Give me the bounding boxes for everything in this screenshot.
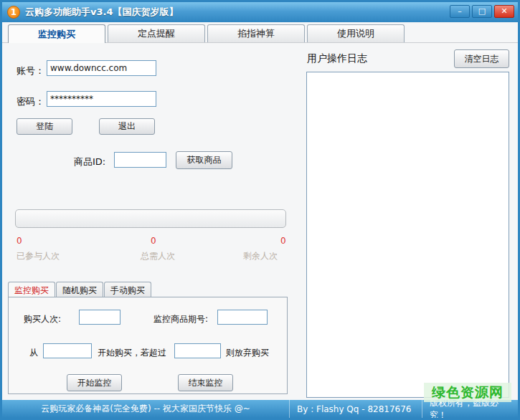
main-tabbar: 监控购买 定点提醒 掐指神算 使用说明 — [8, 24, 512, 42]
from-label: 从 — [29, 347, 38, 359]
progress-bar — [15, 209, 286, 228]
start-buy-label: 开始购买，若超过 — [98, 347, 166, 359]
tab-monitor-buy[interactable]: 监控购买 — [8, 24, 105, 43]
stop-monitor-button[interactable]: 结束监控 — [178, 374, 233, 391]
status-text-left: 云购玩家必备神器(完全免费) -- 祝大家国庆节快乐 @~ — [2, 400, 289, 418]
statusbar: 云购玩家必备神器(完全免费) -- 祝大家国庆节快乐 @~ By : Flash… — [2, 400, 518, 418]
over-input[interactable] — [174, 343, 221, 358]
total-needed-label: 总需人次 — [141, 250, 175, 262]
status-text-middle: By : Flashy Qq - 82817676 — [289, 400, 422, 418]
remaining-count: 0 — [280, 236, 286, 246]
from-input[interactable] — [43, 343, 92, 358]
window-controls: – □ ✕ — [450, 5, 514, 18]
tab-instructions[interactable]: 使用说明 — [307, 24, 405, 42]
buy-count-input[interactable] — [79, 310, 120, 325]
participated-label: 已参与人次 — [16, 250, 60, 262]
login-button[interactable]: 登陆 — [16, 118, 72, 135]
tab-scheduled-reminder[interactable]: 定点提醒 — [108, 24, 205, 42]
watermark: 绿色资源网 — [424, 383, 511, 402]
account-input[interactable] — [47, 60, 156, 76]
app-logo-icon: 1 — [7, 6, 20, 19]
minimize-button[interactable]: – — [450, 5, 470, 18]
total-needed-count: 0 — [151, 236, 156, 246]
password-label: 密码： — [16, 95, 44, 108]
window-title: 云购多功能助手v3.4【国庆贺岁版】 — [25, 6, 179, 19]
password-input[interactable] — [47, 91, 156, 107]
monitor-issue-label: 监控商品期号: — [153, 313, 208, 325]
monitor-issue-input[interactable] — [217, 310, 268, 325]
product-id-input[interactable] — [114, 152, 166, 168]
log-title: 用户操作日志 — [307, 52, 367, 65]
app-window: 1 云购多功能助手v3.4【国庆贺岁版】 – □ ✕ 监控购买 定点提醒 掐指神… — [0, 0, 520, 420]
participated-count: 0 — [16, 236, 22, 246]
status-text-right: 版权所有，盗版必究！ — [422, 400, 518, 418]
remaining-label: 剩余人次 — [243, 250, 278, 262]
clear-log-button[interactable]: 清空日志 — [454, 49, 509, 68]
exit-button[interactable]: 退出 — [99, 118, 155, 135]
close-button[interactable]: ✕ — [494, 5, 514, 18]
account-label: 账号： — [16, 65, 44, 77]
product-id-label: 商品ID: — [74, 156, 105, 168]
start-monitor-button[interactable]: 开始监控 — [67, 374, 122, 391]
abandon-label: 则放弃购买 — [226, 347, 269, 359]
get-product-button[interactable]: 获取商品 — [176, 151, 232, 169]
titlebar[interactable]: 1 云购多功能助手v3.4【国庆贺岁版】 – □ ✕ — [2, 2, 518, 22]
log-listbox[interactable] — [306, 72, 509, 398]
buy-count-label: 购买人次: — [24, 313, 61, 325]
maximize-button[interactable]: □ — [472, 5, 492, 18]
tab-calculator[interactable]: 掐指神算 — [207, 24, 305, 42]
